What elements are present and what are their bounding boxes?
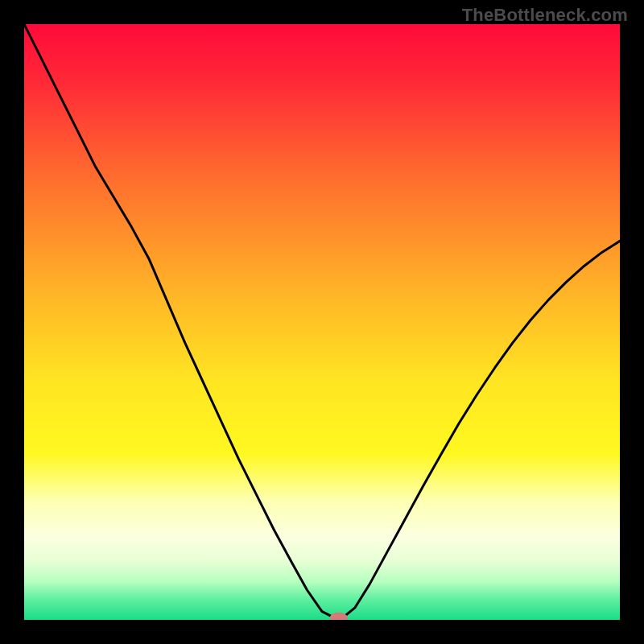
chart-frame: TheBottleneck.com	[0, 0, 644, 644]
watermark-text: TheBottleneck.com	[462, 5, 628, 26]
bottleneck-chart	[24, 24, 620, 620]
